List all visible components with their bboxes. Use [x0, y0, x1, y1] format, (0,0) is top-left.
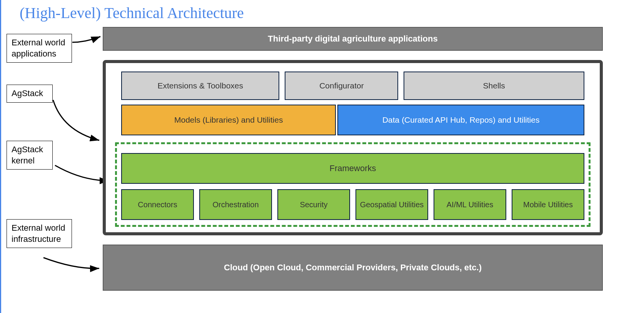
arrow-agstack [40, 96, 109, 146]
arrow-external-infra [40, 254, 109, 281]
shells-box: Shells [404, 72, 584, 100]
callout-agstack: AgStack [7, 85, 53, 103]
models-utilities-box: Models (Libraries) and Utilities [121, 105, 336, 135]
frameworks-box: Frameworks [121, 153, 584, 184]
callout-external-apps: External world applications [7, 34, 72, 63]
utilities-row: Connectors Orchestration Security Geospa… [121, 189, 584, 220]
mid-row: Models (Libraries) and Utilities Data (C… [121, 105, 584, 135]
third-party-apps-layer: Third-party digital agriculture applicat… [103, 27, 603, 51]
geospatial-utilities-box: Geospatial Utilities [355, 189, 428, 220]
agstack-container: Extensions & Toolboxes Configurator Shel… [103, 60, 603, 235]
tools-row: Extensions & Toolboxes Configurator Shel… [121, 72, 584, 100]
mobile-utilities-box: Mobile Utilities [512, 189, 584, 220]
extensions-toolboxes-box: Extensions & Toolboxes [121, 72, 279, 100]
configurator-box: Configurator [285, 72, 398, 100]
callout-external-infra: External world infrastructure [7, 219, 72, 248]
orchestration-box: Orchestration [199, 189, 272, 220]
cloud-layer: Cloud (Open Cloud, Commercial Providers,… [103, 245, 603, 291]
diagram-title: (High-Level) Technical Architecture [20, 4, 244, 22]
aiml-utilities-box: AI/ML Utilities [434, 189, 506, 220]
connectors-box: Connectors [121, 189, 194, 220]
security-box: Security [277, 189, 350, 220]
data-utilities-box: Data (Curated API Hub, Repos) and Utilit… [337, 105, 584, 135]
callout-agstack-kernel: AgStack kernel [7, 141, 53, 170]
